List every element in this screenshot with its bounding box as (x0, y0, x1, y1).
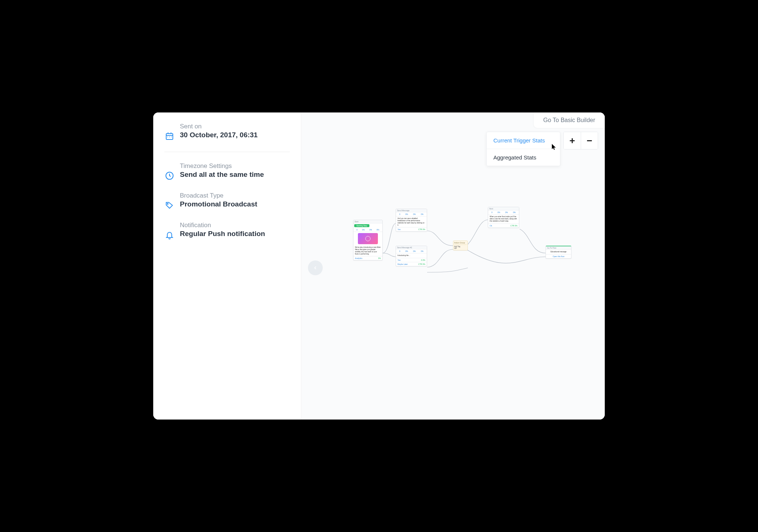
flow-canvas[interactable]: Go To Basic Builder Current Trigger Stat… (301, 112, 605, 420)
calendar-icon (164, 131, 175, 141)
timezone-label: Timezone Settings (180, 162, 264, 170)
stats-option-aggregated[interactable]: Aggregated Stats (487, 149, 560, 166)
collapse-sidebar-button[interactable] (308, 260, 323, 275)
broadcast-type-value: Promotional Broadcast (180, 200, 257, 208)
sent-on-value: 30 October, 2017, 06:31 (180, 131, 258, 139)
flow-node-send-message-2[interactable]: Send Message #2 00%0%0% Introducing the…… (396, 246, 427, 266)
svg-point-8 (167, 203, 168, 204)
preview-image (358, 233, 378, 244)
broadcast-type-label: Broadcast Type (180, 192, 257, 199)
clock-icon (164, 171, 175, 181)
zoom-out-button[interactable]: − (581, 132, 598, 149)
bell-icon (164, 230, 175, 240)
sent-on-label: Sent on (180, 123, 258, 130)
sidebar: Sent on 30 October, 2017, 06:31 Timezone… (153, 112, 301, 420)
stats-option-current[interactable]: Current Trigger Stats (487, 132, 560, 149)
tag-icon (164, 200, 175, 211)
flow-node-send-message[interactable]: Send Message 00%0%0% And you can see a d… (396, 209, 427, 232)
zoom-in-button[interactable]: + (564, 132, 581, 149)
flow-node-next[interactable]: Next 00%0%0% When you enter flow inside … (488, 207, 519, 228)
go-to-basic-builder-link[interactable]: Go To Basic Builder (534, 112, 605, 128)
timezone-value: Send all at the same time (180, 171, 264, 179)
flow-node-action-group[interactable]: Action Group Add Tag VIP (453, 240, 468, 250)
sent-on-row: Sent on 30 October, 2017, 06:31 (164, 123, 290, 141)
stats-dropdown[interactable]: Current Trigger Stats Aggregated Stats (486, 132, 560, 166)
timezone-row: Timezone Settings Send all at the same t… (164, 162, 286, 181)
flow-diagram: Start Starting Step 00%0%0% We've also i… (353, 209, 590, 290)
broadcast-type-row: Broadcast Type Promotional Broadcast (164, 192, 286, 211)
zoom-controls: + − (563, 132, 598, 149)
notification-row: Notification Regular Push notification (164, 222, 286, 240)
notification-label: Notification (180, 222, 265, 229)
app-window: Sent on 30 October, 2017, 06:31 Timezone… (153, 112, 605, 420)
flow-node-start[interactable]: Start Starting Step 00%0%0% We've also i… (353, 220, 383, 260)
notification-value: Regular Push notification (180, 230, 265, 238)
flow-node-goto[interactable]: Go To Flow Educational message Open this… (546, 246, 571, 259)
